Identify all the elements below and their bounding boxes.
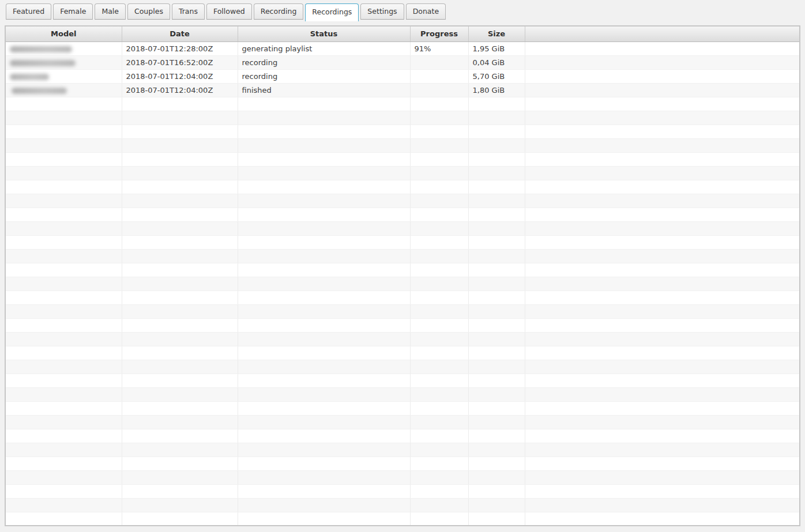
- empty-cell: [238, 277, 410, 290]
- empty-cell: [468, 346, 525, 360]
- empty-cell: [238, 304, 410, 318]
- filler-cell: [525, 83, 799, 97]
- column-header-date[interactable]: Date: [122, 27, 238, 41]
- column-header-model[interactable]: Model: [6, 27, 122, 41]
- tab-followed[interactable]: Followed: [206, 3, 252, 20]
- column-header-progress[interactable]: Progress: [410, 27, 468, 41]
- empty-cell: [6, 415, 122, 429]
- empty-cell: [468, 249, 525, 263]
- empty-cell: [525, 124, 799, 138]
- empty-cell: [238, 194, 410, 207]
- column-header-status[interactable]: Status: [238, 27, 410, 41]
- empty-cell: [468, 194, 525, 207]
- filler-cell: [525, 41, 799, 55]
- empty-cell: [6, 207, 122, 221]
- empty-cell: [122, 290, 238, 304]
- table-row-empty: [6, 290, 799, 304]
- empty-cell: [410, 318, 468, 332]
- tab-featured[interactable]: Featured: [6, 3, 51, 20]
- tab-recording[interactable]: Recording: [254, 3, 304, 20]
- empty-cell: [468, 207, 525, 221]
- size-cell: 5,70 GiB: [468, 69, 525, 83]
- empty-cell: [6, 304, 122, 318]
- empty-cell: [410, 111, 468, 124]
- filler-cell: [525, 55, 799, 69]
- table-row[interactable]: 2018-07-01T12:04:00Z finished 1,80 GiB: [6, 83, 799, 97]
- column-header-size[interactable]: Size: [468, 27, 525, 41]
- table-row-empty: [6, 484, 799, 498]
- table-row-empty: [6, 415, 799, 429]
- empty-cell: [238, 249, 410, 263]
- empty-cell: [468, 484, 525, 498]
- empty-cell: [410, 124, 468, 138]
- table-row-empty: [6, 498, 799, 512]
- empty-cell: [410, 290, 468, 304]
- empty-cell: [6, 194, 122, 207]
- empty-cell: [122, 318, 238, 332]
- empty-cell: [410, 443, 468, 456]
- table-row-empty: [6, 512, 799, 526]
- empty-cell: [410, 180, 468, 194]
- status-cell: generating playlist: [238, 41, 410, 55]
- empty-cell: [6, 235, 122, 249]
- table-row-empty: [6, 346, 799, 360]
- empty-cell: [468, 387, 525, 401]
- empty-cell: [238, 470, 410, 484]
- blurred-model-name: [12, 88, 67, 94]
- empty-cell: [6, 401, 122, 415]
- empty-cell: [238, 290, 410, 304]
- tab-trans[interactable]: Trans: [172, 3, 205, 20]
- tab-female[interactable]: Female: [53, 3, 93, 20]
- empty-cell: [6, 152, 122, 166]
- filler-cell: [525, 69, 799, 83]
- empty-cell: [122, 138, 238, 152]
- empty-cell: [468, 415, 525, 429]
- empty-cell: [410, 401, 468, 415]
- empty-cell: [6, 512, 122, 526]
- progress-cell: [410, 69, 468, 83]
- tab-bar: Featured Female Male Couples Trans Follo…: [0, 0, 805, 20]
- empty-cell: [238, 235, 410, 249]
- table-row-empty: [6, 401, 799, 415]
- blurred-model-name: [10, 46, 72, 52]
- empty-cell: [238, 97, 410, 111]
- table-row[interactable]: 2018-07-01T12:28:00Z generating playlist…: [6, 41, 799, 55]
- empty-cell: [468, 470, 525, 484]
- table-row-empty: [6, 277, 799, 290]
- table-row-empty: [6, 443, 799, 456]
- empty-cell: [525, 373, 799, 387]
- empty-cell: [525, 152, 799, 166]
- empty-cell: [6, 166, 122, 180]
- table-row-empty: [6, 304, 799, 318]
- recordings-table: Model Date Status Progress Size 2018-07-…: [6, 27, 799, 526]
- empty-cell: [410, 512, 468, 526]
- empty-cell: [122, 249, 238, 263]
- empty-cell: [468, 332, 525, 346]
- empty-cell: [410, 194, 468, 207]
- tab-settings[interactable]: Settings: [360, 3, 404, 20]
- empty-cell: [122, 332, 238, 346]
- tab-couples[interactable]: Couples: [127, 3, 170, 20]
- empty-cell: [6, 443, 122, 456]
- empty-cell: [525, 332, 799, 346]
- table-row[interactable]: 2018-07-01T12:04:00Z recording 5,70 GiB: [6, 69, 799, 83]
- empty-cell: [122, 443, 238, 456]
- empty-cell: [525, 249, 799, 263]
- empty-cell: [6, 484, 122, 498]
- table-row-empty: [6, 194, 799, 207]
- status-cell: recording: [238, 55, 410, 69]
- status-cell: finished: [238, 83, 410, 97]
- tab-male[interactable]: Male: [95, 3, 126, 20]
- empty-cell: [238, 152, 410, 166]
- table-row-empty: [6, 263, 799, 277]
- empty-cell: [525, 111, 799, 124]
- empty-cell: [468, 373, 525, 387]
- table-row-empty: [6, 332, 799, 346]
- empty-cell: [525, 456, 799, 470]
- empty-cell: [122, 387, 238, 401]
- table-row[interactable]: 2018-07-01T16:52:00Z recording 0,04 GiB: [6, 55, 799, 69]
- empty-cell: [468, 221, 525, 235]
- tab-recordings[interactable]: Recordings: [305, 3, 359, 21]
- size-cell: 1,95 GiB: [468, 41, 525, 55]
- tab-donate[interactable]: Donate: [406, 3, 446, 20]
